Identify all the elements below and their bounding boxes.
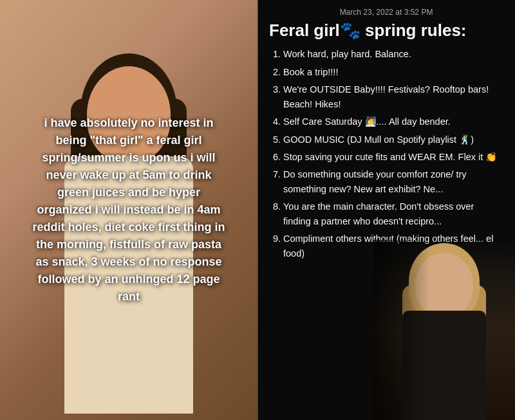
right-person-overlay	[373, 240, 515, 420]
fade-overlay	[373, 240, 515, 420]
panel-separator	[258, 0, 258, 420]
left-video-panel: i have absolutely no interest in being "…	[0, 0, 258, 420]
rule-item-8: You are the main character. Don't obsess…	[283, 199, 503, 228]
rule-item-7: Do something outside your comfort zone/ …	[283, 167, 503, 196]
post-timestamp: March 23, 2022 at 3:52 PM	[269, 8, 503, 17]
rule-item-5: GOOD MUSIC (DJ Mull on Spotify playlist …	[283, 132, 503, 147]
rule-item-4: Self Care Saturday 🧖.... All day bender.	[283, 114, 503, 129]
rule-item-2: Book a trip!!!!	[283, 65, 503, 79]
rule-item-6: Stop saving your cute fits and WEAR EM. …	[283, 150, 503, 164]
rule-item-1: Work hard, play hard. Balance.	[283, 47, 503, 61]
rules-list: Work hard, play hard. Balance.Book a tri…	[269, 47, 503, 260]
right-panel: March 23, 2022 at 3:52 PM Feral girl🐾 sp…	[258, 0, 515, 420]
left-text-overlay: i have absolutely no interest in being "…	[0, 0, 258, 420]
rule-item-3: We're OUTSIDE Baby!!!! Festivals? Roofto…	[283, 82, 503, 111]
right-content-area: March 23, 2022 at 3:52 PM Feral girl🐾 sp…	[258, 0, 515, 420]
list-title: Feral girl🐾 spring rules:	[269, 21, 503, 41]
left-caption: i have absolutely no interest in being "…	[13, 102, 245, 318]
